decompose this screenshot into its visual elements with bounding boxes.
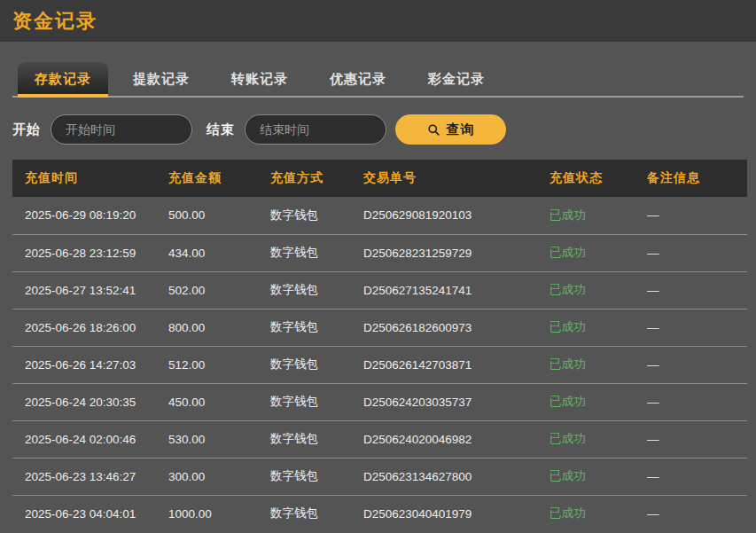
cell-recharge-status: 已成功 (537, 458, 635, 495)
cell-recharge-status: 已成功 (537, 346, 635, 383)
cell-recharge-method: 数字钱包 (258, 420, 351, 458)
cell-recharge-status: 已成功 (537, 234, 635, 271)
table-row: 2025-06-23 13:46:27300.00数字钱包D2506231346… (12, 458, 747, 495)
cell-recharge-amount: 1000.00 (156, 495, 258, 532)
deposit-records-table: 充值时间充值金额充值方式交易单号充值状态备注信息 2025-06-29 08:1… (12, 160, 747, 532)
cell-recharge-amount: 500.00 (156, 197, 258, 234)
cell-recharge-status: 已成功 (537, 271, 635, 309)
cell-recharge-time: 2025-06-27 13:52:41 (12, 271, 156, 309)
cell-recharge-status: 已成功 (537, 383, 635, 420)
table-row: 2025-06-28 23:12:59434.00数字钱包D2506282312… (12, 234, 747, 271)
cell-transaction-number: D250629081920103 (351, 197, 537, 234)
cell-remark: — (635, 346, 747, 383)
cell-transaction-number: D250623040401979 (351, 495, 537, 532)
cell-recharge-time: 2025-06-23 13:46:27 (12, 458, 156, 495)
tab-promotion-records[interactable]: 优惠记录 (313, 62, 403, 96)
cell-recharge-amount: 434.00 (156, 234, 258, 271)
cell-recharge-method: 数字钱包 (258, 271, 351, 309)
tab-bonus-records[interactable]: 彩金记录 (411, 62, 502, 96)
tab-deposit-records[interactable]: 存款记录 (18, 62, 108, 96)
page-header: 资金记录 (0, 0, 756, 42)
tab-withdrawal-records[interactable]: 提款记录 (116, 62, 207, 96)
cell-transaction-number: D250623134627800 (351, 458, 537, 495)
cell-recharge-method: 数字钱包 (258, 197, 351, 234)
column-header: 充值时间 (12, 160, 156, 197)
filter-bar: 开始 结束 查询 (12, 114, 744, 145)
table-row: 2025-06-24 02:00:46530.00数字钱包D2506240200… (12, 420, 747, 458)
table-row: 2025-06-23 04:04:011000.00数字钱包D250623040… (12, 495, 747, 532)
cell-remark: — (635, 383, 747, 420)
column-header: 充值金额 (156, 160, 258, 197)
table-header-row: 充值时间充值金额充值方式交易单号充值状态备注信息 (12, 160, 747, 197)
column-header: 交易单号 (351, 160, 537, 197)
column-header: 备注信息 (635, 160, 747, 197)
cell-recharge-method: 数字钱包 (258, 346, 351, 383)
column-header: 充值方式 (258, 160, 351, 197)
cell-transaction-number: D250627135241741 (351, 271, 537, 309)
cell-recharge-amount: 300.00 (156, 458, 258, 495)
cell-recharge-status: 已成功 (537, 495, 635, 532)
table-row: 2025-06-26 14:27:03512.00数字钱包D2506261427… (12, 346, 747, 383)
cell-remark: — (635, 495, 747, 532)
cell-recharge-amount: 530.00 (156, 420, 258, 458)
search-button[interactable]: 查询 (395, 114, 506, 145)
start-label: 开始 (12, 121, 41, 138)
cell-transaction-number: D250626182600973 (351, 309, 537, 346)
cell-recharge-status: 已成功 (537, 197, 635, 234)
cell-recharge-method: 数字钱包 (258, 383, 351, 420)
table-row: 2025-06-26 18:26:00800.00数字钱包D2506261826… (12, 309, 747, 346)
cell-recharge-time: 2025-06-29 08:19:20 (12, 197, 156, 234)
cell-transaction-number: D250628231259729 (351, 234, 537, 271)
end-label: 结束 (207, 121, 235, 138)
cell-remark: — (635, 420, 747, 458)
cell-recharge-method: 数字钱包 (258, 309, 351, 346)
cell-recharge-method: 数字钱包 (258, 495, 351, 532)
cell-recharge-amount: 450.00 (156, 383, 258, 420)
cell-transaction-number: D250624203035737 (351, 383, 537, 420)
cell-recharge-time: 2025-06-28 23:12:59 (12, 234, 156, 271)
cell-recharge-time: 2025-06-24 20:30:35 (12, 383, 156, 420)
search-icon (427, 123, 440, 137)
cell-recharge-status: 已成功 (537, 309, 635, 346)
end-time-input[interactable] (245, 114, 386, 145)
cell-recharge-method: 数字钱包 (258, 234, 351, 271)
tab-bar: 存款记录提款记录转账记录优惠记录彩金记录 (12, 62, 744, 98)
cell-recharge-time: 2025-06-24 02:00:46 (12, 420, 156, 458)
cell-remark: — (635, 197, 747, 234)
cell-transaction-number: D250624020046982 (351, 420, 537, 458)
cell-recharge-time: 2025-06-23 04:04:01 (12, 495, 156, 532)
table-row: 2025-06-27 13:52:41502.00数字钱包D2506271352… (12, 271, 747, 309)
cell-recharge-status: 已成功 (537, 420, 635, 458)
cell-recharge-amount: 800.00 (156, 309, 258, 346)
cell-remark: — (635, 458, 747, 495)
cell-remark: — (635, 234, 747, 271)
cell-transaction-number: D250626142703871 (351, 346, 537, 383)
table-row: 2025-06-29 08:19:20500.00数字钱包D2506290819… (12, 197, 747, 234)
cell-remark: — (635, 271, 747, 309)
column-header: 充值状态 (537, 160, 635, 197)
start-time-input[interactable] (51, 114, 192, 145)
tab-transfer-records[interactable]: 转账记录 (214, 62, 305, 96)
cell-recharge-time: 2025-06-26 18:26:00 (12, 309, 156, 346)
search-button-label: 查询 (447, 121, 475, 138)
page-title: 资金记录 (12, 8, 97, 35)
cell-recharge-method: 数字钱包 (258, 458, 351, 495)
cell-remark: — (635, 309, 747, 346)
cell-recharge-amount: 512.00 (156, 346, 258, 383)
table-row: 2025-06-24 20:30:35450.00数字钱包D2506242030… (12, 383, 747, 420)
cell-recharge-time: 2025-06-26 14:27:03 (12, 346, 156, 383)
cell-recharge-amount: 502.00 (156, 271, 258, 309)
